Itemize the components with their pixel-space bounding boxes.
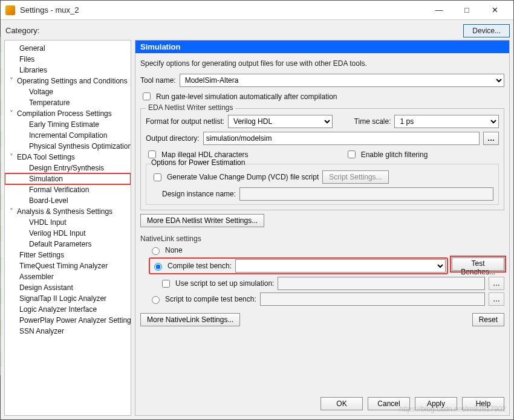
chevron-down-icon: ˅ — [10, 76, 17, 86]
tree-eda-tool[interactable]: ˅EDA Tool Settings — [5, 152, 131, 163]
tree-incr-comp[interactable]: Incremental Compilation — [5, 130, 131, 141]
script-compile-radio[interactable] — [152, 296, 160, 304]
use-script-input — [278, 277, 485, 290]
compile-testbench-highlight: Compile test bench: — [149, 257, 448, 274]
enable-glitch-label: Enable glitch filtering — [361, 150, 428, 159]
more-eda-settings-button[interactable]: More EDA Netlist Writer Settings... — [140, 214, 264, 227]
map-illegal-label: Map illegal HDL characters — [161, 150, 249, 159]
timescale-label: Time scale: — [354, 117, 391, 126]
background-ghost — [0, 37, 2, 375]
maximize-button[interactable]: □ — [453, 1, 481, 19]
compile-testbench-label: Compile test bench: — [168, 262, 232, 270]
cancel-button[interactable]: Cancel — [368, 397, 410, 410]
tree-general[interactable]: General — [5, 43, 131, 54]
run-gate-level-checkbox[interactable] — [143, 92, 151, 100]
tree-vhdl-input[interactable]: VHDL Input — [5, 217, 131, 228]
script-compile-input — [260, 292, 485, 306]
script-settings-button: Script Settings... — [322, 170, 388, 184]
tool-name-select[interactable]: ModelSim-Altera — [180, 74, 504, 87]
apply-button[interactable]: Apply — [415, 397, 457, 410]
tree-phys-synth[interactable]: Physical Synthesis Optimization — [5, 141, 131, 152]
reset-button[interactable]: Reset — [472, 313, 504, 326]
tree-default-params[interactable]: Default Parameters — [5, 239, 131, 250]
tree-assembler[interactable]: Assembler — [5, 271, 131, 282]
gen-vcd-checkbox[interactable] — [154, 173, 161, 181]
tree-op-settings[interactable]: ˅Operating Settings and Conditions — [5, 76, 131, 86]
dialog-footer: OK Cancel Apply Help — [135, 392, 509, 415]
test-benches-button[interactable]: Test Benches... — [452, 257, 504, 271]
tree-early-timing[interactable]: Early Timing Estimate — [5, 119, 131, 130]
app-icon — [5, 5, 15, 15]
tree-formal-ver[interactable]: Formal Verification — [5, 184, 131, 195]
format-select[interactable]: Verilog HDL — [228, 115, 333, 128]
chevron-down-icon: ˅ — [10, 109, 17, 118]
timescale-select[interactable]: 1 ps — [394, 115, 499, 128]
enable-glitch-checkbox[interactable] — [348, 150, 356, 158]
tree-design-assist[interactable]: Design Assistant — [5, 282, 131, 293]
tree-logic-ana-if[interactable]: Logic Analyzer Interface — [5, 304, 131, 315]
chevron-down-icon: ˅ — [10, 207, 17, 216]
nativelink-none-radio[interactable] — [152, 247, 160, 255]
tree-board-level[interactable]: Board-Level — [5, 195, 131, 206]
nativelink-fieldset: NativeLink settings None Compile test be… — [140, 233, 504, 307]
run-gate-level-label: Run gate-level simulation automatically … — [156, 92, 337, 101]
device-button[interactable]: Device... — [463, 24, 510, 37]
tree-signaltap[interactable]: SignalTap II Logic Analyzer — [5, 293, 131, 304]
tree-temperature[interactable]: Temperature — [5, 97, 131, 108]
output-dir-label: Output directory: — [146, 134, 200, 143]
map-illegal-checkbox[interactable] — [148, 150, 156, 158]
tree-simulation[interactable]: Simulation — [5, 173, 131, 184]
settings-panel: Simulation Specify options for generatin… — [135, 40, 510, 416]
category-label: Category: — [4, 24, 463, 37]
design-instance-label: Design instance name: — [162, 190, 236, 198]
window-title: Settings - mux_2 — [20, 5, 425, 15]
tree-verilog-input[interactable]: Verilog HDL Input — [5, 228, 131, 239]
help-button[interactable]: Help — [462, 397, 504, 410]
titlebar: Settings - mux_2 — □ ✕ — [1, 1, 513, 20]
use-script-label: Use script to set up simulation: — [175, 279, 274, 288]
testbench-select[interactable] — [235, 259, 446, 273]
panel-header: Simulation — [135, 40, 509, 53]
tree-files[interactable]: Files — [5, 54, 131, 65]
tree-comp-proc[interactable]: ˅Compilation Process Settings — [5, 108, 131, 119]
format-label: Format for output netlist: — [146, 117, 224, 126]
minimize-button[interactable]: — — [425, 1, 453, 19]
power-legend: Options for Power Estimation — [151, 158, 245, 167]
tree-design-entry[interactable]: Design Entry/Synthesis — [5, 163, 131, 173]
design-instance-input — [239, 187, 493, 201]
tree-powerplay[interactable]: PowerPlay Power Analyzer Settings — [5, 315, 131, 326]
eda-netlist-legend: EDA Netlist Writer settings — [146, 103, 235, 112]
eda-netlist-fieldset: EDA Netlist Writer settings Format for o… — [140, 108, 504, 210]
tree-timequest[interactable]: TimeQuest Timing Analyzer — [5, 260, 131, 271]
use-script-checkbox[interactable] — [162, 280, 170, 288]
panel-description: Specify options for generating output fi… — [135, 53, 509, 74]
tool-name-label: Tool name: — [140, 76, 176, 85]
output-dir-input[interactable] — [203, 132, 480, 145]
more-nativelink-button[interactable]: More NativeLink Settings... — [140, 313, 240, 326]
category-tree[interactable]: General Files Libraries ˅Operating Setti… — [4, 40, 131, 416]
power-estimation-fieldset: Options for Power Estimation Generate Va… — [146, 164, 499, 205]
nativelink-none-label: None — [165, 246, 183, 254]
script-compile-browse-button: … — [489, 292, 504, 306]
output-dir-browse-button[interactable]: … — [483, 132, 499, 145]
ok-button[interactable]: OK — [320, 397, 363, 410]
compile-testbench-radio[interactable] — [154, 263, 162, 271]
tree-libraries[interactable]: Libraries — [5, 65, 131, 76]
gen-vcd-label: Generate Value Change Dump (VCD) file sc… — [167, 173, 319, 181]
chevron-down-icon: ˅ — [10, 152, 17, 162]
script-compile-label: Script to compile test bench: — [165, 295, 256, 303]
tree-analysis-synth[interactable]: ˅Analysis & Synthesis Settings — [5, 206, 131, 217]
tree-voltage[interactable]: Voltage — [5, 86, 131, 97]
close-button[interactable]: ✕ — [481, 1, 509, 19]
tree-ssn[interactable]: SSN Analyzer — [5, 326, 131, 337]
nativelink-legend: NativeLink settings — [140, 233, 504, 244]
tree-fitter[interactable]: Fitter Settings — [5, 250, 131, 260]
use-script-browse-button: … — [489, 277, 504, 290]
